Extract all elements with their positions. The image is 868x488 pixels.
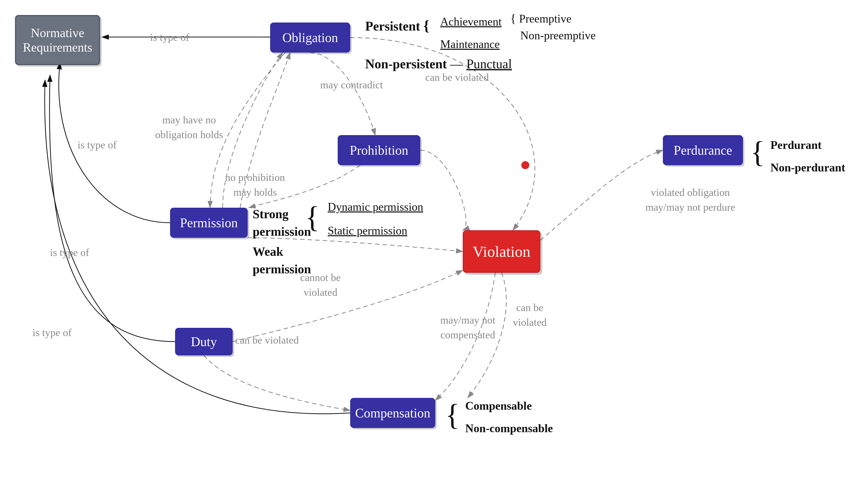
non-compensable-label: Non-compensable	[465, 421, 553, 436]
violation-node: Violation	[463, 230, 540, 273]
perdurance-brace: {	[750, 137, 765, 167]
duty-label: Duty	[191, 334, 217, 349]
cannot-be-violated-label: cannot beviolated	[300, 270, 341, 300]
duty-node: Duty	[175, 328, 232, 355]
preemptive-label: { Preemptive	[510, 10, 571, 27]
obligation-node: Obligation	[270, 23, 350, 53]
is-type-of-label-4: is type of	[33, 325, 71, 340]
no-prohibition-label: no prohibitionmay holds	[225, 170, 285, 200]
prohibition-label: Prohibition	[350, 143, 408, 158]
prohibition-node: Prohibition	[338, 135, 420, 165]
compensable-label: Compensable	[465, 398, 532, 414]
perdurant-label: Perdurant	[770, 137, 822, 153]
is-type-of-label-1: is type of	[150, 30, 189, 45]
achievement-label: Achievement	[440, 14, 501, 30]
dynamic-permission-label: Dynamic permission	[328, 199, 423, 215]
violated-obligation-label: violated obligationmay/may not perdure	[645, 185, 735, 215]
maintenance-label: Maintenance	[440, 36, 500, 52]
strong-permission-label: Strongpermission	[253, 205, 311, 240]
permission-brace: {	[305, 202, 320, 232]
can-be-violated-right-label: can beviolated	[513, 300, 547, 330]
normative-requirements-node: Normative Requirements	[15, 15, 100, 65]
is-type-of-label-2: is type of	[78, 138, 117, 152]
permission-node: Permission	[170, 208, 248, 238]
diagram: Normative Requirements Obligation Prohib…	[0, 0, 868, 488]
persistent-label: Persistent {	[365, 15, 429, 36]
permission-label: Permission	[180, 215, 238, 230]
is-type-of-label-3: is type of	[50, 245, 89, 260]
static-permission-label: Static permission	[328, 223, 407, 239]
perdurance-label: Perdurance	[674, 143, 732, 158]
perdurance-node: Perdurance	[663, 135, 743, 165]
normative-requirements-label: Normative Requirements	[23, 26, 92, 55]
non-perdurant-label: Non-perdurant	[770, 160, 845, 176]
svg-point-4	[521, 161, 529, 169]
non-preemptive-label: Non-preemptive	[520, 28, 596, 43]
may-may-not-compensated-label: may/may notcompensated	[440, 313, 495, 342]
compensation-label: Compensation	[355, 406, 430, 421]
may-have-no-obligation-label: may have noobligation holds	[155, 113, 223, 142]
may-contradict-label: may contradict	[320, 78, 383, 92]
compensation-node: Compensation	[350, 398, 435, 428]
can-be-violated-duty-label: can be violated	[235, 333, 299, 347]
compensation-brace: {	[445, 400, 460, 430]
non-persistent-label: Non-persistent — Punctual	[365, 55, 512, 73]
violation-label: Violation	[473, 243, 530, 261]
obligation-label: Obligation	[282, 30, 338, 45]
